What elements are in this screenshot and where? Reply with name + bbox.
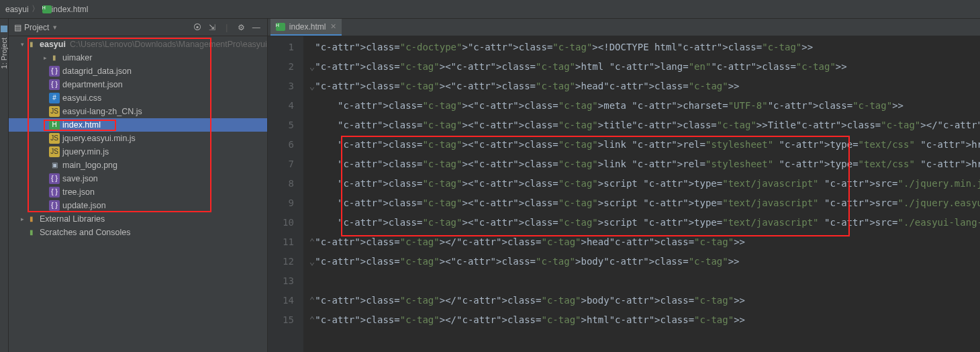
code-line[interactable]: "c-attr">class="c-tag"><"c-attr">class="…: [309, 155, 980, 174]
tree-scratches[interactable]: ▮Scratches and Consoles: [9, 226, 267, 239]
tool-window-tab-project[interactable]: 1: Project: [0, 38, 8, 69]
code-line[interactable]: "c-attr">class="c-tag"><"c-attr">class="…: [309, 135, 980, 155]
code-content[interactable]: "c-attr">class="c-doctype">"c-attr">clas…: [304, 36, 980, 352]
editor-tabs: H index.html ✕: [268, 19, 980, 36]
json-file-icon: { }: [49, 200, 60, 211]
code-line[interactable]: "c-attr">class="c-tag"><"c-attr">class="…: [309, 174, 980, 193]
locate-icon[interactable]: ⦿: [192, 22, 203, 33]
editor-area: H index.html ✕ 123456789101112131415 "c-…: [268, 19, 980, 352]
tree-item[interactable]: { }save.json: [9, 172, 267, 185]
line-number: 2: [268, 57, 294, 77]
breadcrumb-file[interactable]: index.html: [52, 5, 89, 14]
folder-icon: ▮: [49, 52, 60, 63]
project-tab-icon: [1, 26, 7, 32]
tree-item[interactable]: { }department.json: [9, 78, 267, 91]
image-file-icon: ▣: [49, 160, 60, 171]
tree-item[interactable]: JSeasyui-lang-zh_CN.js: [9, 105, 267, 118]
json-file-icon: { }: [49, 187, 60, 197]
line-number: 11: [268, 232, 294, 252]
json-file-icon: { }: [49, 66, 60, 77]
project-tree[interactable]: ▾▮easyuiC:\Users\Lenovo\Downloads\Manage…: [9, 36, 267, 352]
code-line[interactable]: ⌄"c-attr">class="c-tag"><"c-attr">class=…: [309, 57, 980, 77]
divider: |: [222, 22, 232, 33]
code-line[interactable]: "c-attr">class="c-tag"><"c-attr">class="…: [309, 213, 980, 232]
html-file-icon: H: [276, 23, 285, 31]
project-panel-header: ▤ Project ▼ ⦿ ⇲ | ⚙ —: [9, 19, 267, 36]
css-file-icon: #: [49, 93, 60, 103]
breadcrumb-project[interactable]: easyui: [5, 5, 29, 14]
code-line[interactable]: ⌄"c-attr">class="c-tag"><"c-attr">class=…: [309, 252, 980, 271]
code-line[interactable]: "c-attr">class="c-tag"><"c-attr">class="…: [309, 116, 980, 135]
folder-icon: ▮: [26, 39, 37, 50]
code-line[interactable]: ⌃"c-attr">class="c-tag"></"c-attr">class…: [309, 291, 980, 310]
dropdown-icon[interactable]: ▼: [52, 24, 58, 31]
code-line[interactable]: ⌄"c-attr">class="c-tag"><"c-attr">class=…: [309, 77, 980, 96]
chevron-right-icon: 〉: [32, 3, 40, 15]
breadcrumb: easyui 〉 H index.html: [0, 0, 980, 19]
project-panel: ▤ Project ▼ ⦿ ⇲ | ⚙ — ▾▮easyuiC:\Users\L…: [9, 19, 268, 352]
line-number: 7: [268, 155, 294, 174]
close-icon[interactable]: ✕: [330, 22, 336, 31]
line-number: 12: [268, 252, 294, 271]
tree-item[interactable]: Hindex.html: [9, 118, 267, 132]
line-gutter: 123456789101112131415: [268, 36, 304, 352]
js-file-icon: JS: [49, 106, 60, 117]
line-number: 10: [268, 213, 294, 232]
code-line[interactable]: "c-attr">class="c-tag"><"c-attr">class="…: [309, 193, 980, 213]
expand-all-icon[interactable]: ⇲: [207, 22, 217, 33]
code-editor[interactable]: 123456789101112131415 "c-attr">class="c-…: [268, 36, 980, 352]
line-number: 4: [268, 96, 294, 116]
tree-external-libs[interactable]: ▸▮External Libraries: [9, 212, 267, 226]
expand-icon[interactable]: ▸: [41, 51, 49, 64]
expand-icon[interactable]: ▸: [18, 212, 26, 226]
js-file-icon: JS: [49, 133, 60, 144]
line-number: 6: [268, 135, 294, 155]
html-file-icon: H: [49, 120, 60, 130]
json-file-icon: { }: [49, 173, 60, 184]
line-number: 13: [268, 271, 294, 291]
editor-tab-label: index.html: [289, 22, 326, 32]
code-line[interactable]: "c-attr">class="c-tag"><"c-attr">class="…: [309, 96, 980, 116]
line-number: 8: [268, 174, 294, 193]
line-number: 15: [268, 310, 294, 330]
project-panel-title[interactable]: Project: [24, 23, 49, 32]
editor-tab-index[interactable]: H index.html ✕: [271, 19, 342, 36]
gear-icon[interactable]: ⚙: [236, 22, 247, 33]
tree-root[interactable]: ▾▮easyuiC:\Users\Lenovo\Downloads\Manage…: [9, 38, 267, 51]
tree-item[interactable]: ▸▮uimaker: [9, 51, 267, 64]
code-line[interactable]: ⌃"c-attr">class="c-tag"></"c-attr">class…: [309, 310, 980, 330]
tree-item[interactable]: { }datagrid_data.json: [9, 64, 267, 78]
line-number: 3: [268, 77, 294, 96]
expand-icon[interactable]: ▾: [18, 38, 26, 51]
line-number: 14: [268, 291, 294, 310]
tool-window-stripe: 1: Project: [0, 19, 9, 352]
code-line[interactable]: "c-attr">class="c-doctype">"c-attr">clas…: [309, 38, 980, 57]
json-file-icon: { }: [49, 79, 60, 90]
project-view-icon: ▤: [14, 23, 21, 32]
line-number: 9: [268, 193, 294, 213]
tree-item[interactable]: #easyui.css: [9, 91, 267, 105]
tree-item[interactable]: JSjquery.min.js: [9, 145, 267, 159]
tree-item[interactable]: { }update.json: [9, 199, 267, 212]
tree-item[interactable]: JSjquery.easyui.min.js: [9, 132, 267, 145]
scratch-icon: ▮: [26, 227, 37, 238]
tree-item[interactable]: { }tree.json: [9, 185, 267, 199]
code-line[interactable]: ⌃"c-attr">class="c-tag"></"c-attr">class…: [309, 232, 980, 252]
html-file-icon: H: [42, 5, 52, 13]
library-icon: ▮: [26, 214, 37, 224]
code-line[interactable]: [309, 271, 980, 291]
line-number: 1: [268, 38, 294, 57]
js-file-icon: JS: [49, 146, 60, 157]
tree-item[interactable]: ▣main_logo.png: [9, 159, 267, 172]
line-number: 5: [268, 116, 294, 135]
hide-icon[interactable]: —: [251, 22, 262, 33]
